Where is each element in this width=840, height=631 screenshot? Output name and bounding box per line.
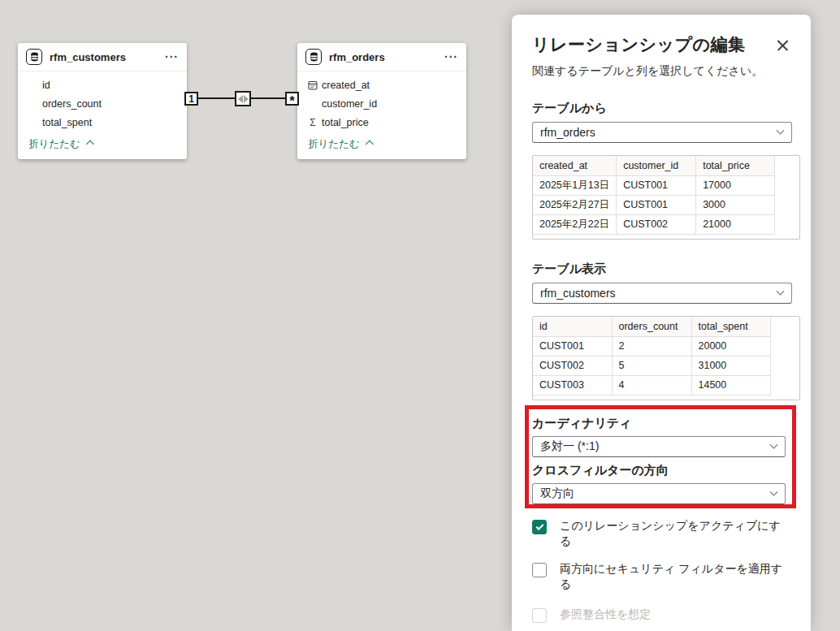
- preview-row: CUST003 4 14500: [533, 375, 770, 395]
- preview-header-row: id orders_count total_spent: [533, 317, 770, 336]
- field-row-customer-id[interactable]: customer_id: [297, 94, 466, 113]
- column-header[interactable]: created_at: [533, 156, 617, 175]
- chevron-down-icon: [777, 287, 785, 295]
- table-card-header: rfm_customers ···: [18, 43, 187, 71]
- field-row-id[interactable]: id: [18, 76, 187, 94]
- bidirectional-filter-icon: [235, 91, 251, 106]
- chevron-down-icon: [777, 126, 785, 134]
- table-card-rfm-orders[interactable]: rfm_orders ··· created_at customer_id Σ …: [297, 43, 466, 159]
- column-header[interactable]: total_spent: [691, 317, 770, 336]
- more-options-icon[interactable]: ···: [444, 53, 458, 61]
- field-row-total-price[interactable]: Σ total_price: [297, 113, 466, 132]
- active-relationship-checkbox[interactable]: このリレーションシップをアクティブにする: [532, 518, 791, 549]
- sigma-icon: Σ: [307, 117, 318, 128]
- more-options-icon[interactable]: ···: [165, 53, 179, 61]
- checkbox-checked-icon[interactable]: [532, 520, 547, 534]
- panel-title: リレーションシップの編集: [532, 34, 745, 55]
- preview-header-row: created_at customer_id total_price: [533, 156, 775, 175]
- preview-row: CUST001 2 20000: [533, 336, 770, 356]
- to-table-dropdown[interactable]: rfm_customers: [532, 283, 792, 304]
- to-table-label: テーブル表示: [532, 261, 791, 277]
- checkbox-disabled-icon: [532, 608, 547, 623]
- collapse-link[interactable]: 折りたたむ: [18, 132, 187, 159]
- column-header[interactable]: customer_id: [617, 156, 696, 175]
- cross-filter-dropdown[interactable]: 双方向: [532, 483, 786, 504]
- edit-relationship-panel: リレーションシップの編集 関連するテーブルと列を選択してください。 テーブルから…: [512, 15, 811, 631]
- database-icon: [305, 49, 322, 65]
- calendar-icon: [307, 80, 318, 91]
- table-card-title: rfm_customers: [50, 51, 158, 63]
- database-icon: [26, 49, 42, 65]
- panel-subtitle: 関連するテーブルと列を選択してください。: [532, 63, 791, 79]
- from-table-label: テーブルから: [532, 100, 791, 116]
- close-icon[interactable]: [775, 37, 791, 54]
- to-table-preview: id orders_count total_spent CUST001 2 20…: [532, 316, 800, 400]
- column-header[interactable]: orders_count: [612, 317, 691, 336]
- field-row-total-spent[interactable]: total_spent: [18, 113, 187, 132]
- preview-row: CUST002 5 31000: [533, 356, 770, 375]
- table-card-header: rfm_orders ···: [297, 43, 466, 71]
- column-header[interactable]: id: [533, 317, 612, 336]
- preview-row: 2025年2月27日 CUST001 3000: [533, 195, 775, 214]
- cardinality-label: カーディナリティ: [532, 415, 791, 431]
- cardinality-many-marker: *: [285, 92, 299, 106]
- from-table-dropdown[interactable]: rfm_orders: [532, 122, 792, 143]
- chevron-up-icon: [86, 140, 94, 149]
- referential-integrity-checkbox: 参照整合性を想定: [532, 607, 791, 623]
- field-row-orders-count[interactable]: orders_count: [18, 94, 187, 113]
- chevron-up-icon: [366, 140, 374, 149]
- column-header[interactable]: total_price: [696, 156, 775, 175]
- cross-filter-label: クロスフィルターの方向: [532, 462, 791, 478]
- preview-row: 2025年2月22日 CUST002 21000: [533, 214, 775, 234]
- checkbox-unchecked-icon[interactable]: [532, 563, 547, 577]
- security-filter-checkbox[interactable]: 両方向にセキュリティ フィルターを適用する: [532, 561, 791, 592]
- chevron-down-icon: [770, 487, 778, 495]
- cardinality-one-marker: 1: [184, 92, 198, 106]
- chevron-down-icon: [770, 440, 778, 448]
- preview-row: 2025年1月13日 CUST001 17000: [533, 175, 775, 195]
- field-row-created-at[interactable]: created_at: [297, 76, 466, 94]
- cardinality-dropdown[interactable]: 多対一 (*:1): [532, 436, 786, 457]
- from-table-preview: created_at customer_id total_price 2025年…: [532, 155, 800, 240]
- collapse-link[interactable]: 折りたたむ: [297, 132, 466, 159]
- table-card-rfm-customers[interactable]: rfm_customers ··· id orders_count total_…: [18, 43, 187, 159]
- table-card-title: rfm_orders: [329, 51, 437, 63]
